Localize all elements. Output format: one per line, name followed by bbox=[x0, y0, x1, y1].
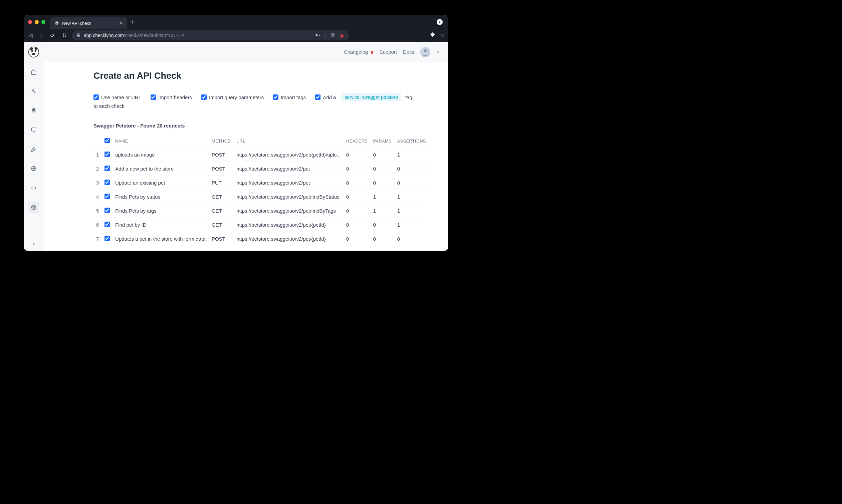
browser-tab[interactable]: New API check ✕ bbox=[50, 17, 127, 29]
row-index: 7 bbox=[93, 232, 102, 246]
sidebar-item-activity[interactable] bbox=[28, 86, 39, 97]
row-assertions: 1 bbox=[395, 218, 429, 232]
checkbox-add-tag[interactable] bbox=[315, 94, 321, 100]
checkbox-import-tags[interactable] bbox=[273, 94, 279, 100]
shield-icon[interactable] bbox=[330, 32, 336, 39]
requests-table: NAME METHOD URL HEADERS PARAMS ASSERTION… bbox=[93, 134, 429, 246]
app-frame: Changelog Support Docs ▼ Create an API C… bbox=[24, 42, 448, 251]
row-checkbox[interactable] bbox=[105, 165, 110, 171]
row-url: https://petstore.swagger.io/v2/pet/{petI… bbox=[234, 148, 343, 162]
row-headers: 0 bbox=[343, 204, 371, 218]
svg-point-1 bbox=[56, 22, 56, 23]
row-checkbox[interactable] bbox=[105, 151, 110, 157]
svg-rect-12 bbox=[31, 128, 36, 131]
row-assertions: 0 bbox=[395, 232, 429, 246]
row-checkbox[interactable] bbox=[105, 208, 110, 213]
row-assertions: 1 bbox=[395, 190, 429, 204]
option-import-query[interactable]: Import query parameters bbox=[201, 94, 264, 100]
svg-point-0 bbox=[55, 21, 59, 25]
new-tab-button[interactable]: + bbox=[130, 18, 134, 26]
sidebar-item-alerts[interactable] bbox=[28, 105, 39, 116]
table-row[interactable]: 1uploads an imagePOSThttps://petstore.sw… bbox=[93, 148, 429, 162]
svg-point-3 bbox=[316, 34, 318, 36]
svg-point-7 bbox=[31, 50, 33, 52]
option-add-tag[interactable]: Add a bbox=[315, 94, 336, 100]
option-add-tag-line2: to each check bbox=[93, 103, 429, 109]
sidebar-item-home[interactable] bbox=[28, 66, 39, 77]
option-import-headers[interactable]: Import headers bbox=[150, 94, 192, 100]
reload-button[interactable]: ⟳ bbox=[49, 32, 55, 38]
row-checkbox[interactable] bbox=[105, 222, 110, 227]
forward-button[interactable]: ▷ bbox=[39, 32, 45, 38]
select-all-checkbox[interactable] bbox=[105, 138, 110, 143]
window-close-button[interactable] bbox=[28, 20, 32, 24]
table-row[interactable]: 4Finds Pets by statusGEThttps://petstore… bbox=[93, 190, 429, 204]
sidebar-item-code[interactable] bbox=[28, 182, 39, 194]
row-params: 1 bbox=[371, 204, 395, 218]
key-icon[interactable] bbox=[315, 32, 321, 39]
import-summary: Swagger Petstore - Found 20 requests bbox=[93, 123, 429, 128]
sidebar-item-maintenance[interactable] bbox=[28, 144, 39, 155]
row-url: https://petstore.swagger.io/v2/pet bbox=[234, 176, 343, 190]
sidebar-expand-button[interactable] bbox=[24, 236, 43, 247]
docs-link[interactable]: Docs bbox=[403, 49, 414, 55]
row-url: https://petstore.swagger.io/v2/pet/{petI… bbox=[234, 218, 343, 232]
app-logo[interactable] bbox=[28, 46, 40, 58]
user-avatar[interactable] bbox=[420, 47, 430, 57]
back-button[interactable]: ◁ bbox=[28, 32, 34, 38]
row-index: 6 bbox=[93, 218, 102, 232]
url-text: app.checklyhq.com/checks/new/api?tab=AUT… bbox=[84, 33, 184, 38]
url-field[interactable]: app.checklyhq.com/checks/new/api?tab=AUT… bbox=[72, 30, 349, 40]
row-checkbox[interactable] bbox=[105, 194, 110, 199]
window-maximize-button[interactable] bbox=[41, 20, 46, 24]
row-method: PUT bbox=[209, 176, 234, 190]
row-method: POST bbox=[209, 162, 234, 176]
favicon-icon bbox=[54, 20, 59, 26]
extensions-button[interactable] bbox=[430, 32, 435, 39]
sidebar-item-dashboard[interactable] bbox=[28, 124, 39, 136]
changelog-link[interactable]: Changelog bbox=[344, 49, 374, 55]
row-method: GET bbox=[209, 218, 234, 232]
sidebar-item-target[interactable] bbox=[28, 202, 39, 213]
row-assertions: 0 bbox=[395, 162, 429, 176]
col-header-assertions: ASSERTIONS bbox=[395, 134, 429, 148]
row-name: Updates a pet in the store with form dat… bbox=[112, 232, 209, 246]
col-header-index bbox=[93, 134, 102, 148]
tag-chip: service: swagger petstore bbox=[341, 93, 401, 101]
checkbox-import-headers[interactable] bbox=[150, 94, 156, 100]
checkbox-import-query[interactable] bbox=[201, 94, 207, 100]
col-header-name: NAME bbox=[112, 134, 209, 148]
svg-point-9 bbox=[32, 53, 35, 55]
content-area: Create an API Check Use name or URL Impo… bbox=[43, 62, 448, 246]
support-link[interactable]: Support bbox=[379, 49, 397, 55]
option-use-name-url[interactable]: Use name or URL bbox=[93, 94, 141, 100]
table-row[interactable]: 2Add a new pet to the storePOSThttps://p… bbox=[93, 162, 429, 176]
browser-menu-button[interactable]: ≡ bbox=[441, 32, 444, 39]
row-params: 0 bbox=[371, 148, 395, 162]
table-row[interactable]: 6Find pet by IDGEThttps://petstore.swagg… bbox=[93, 218, 429, 232]
row-index: 2 bbox=[93, 162, 102, 176]
tabs-menu-button[interactable]: ▾ bbox=[437, 19, 443, 25]
sidebar-item-globe[interactable] bbox=[28, 163, 39, 174]
row-name: uploads an image bbox=[112, 148, 209, 162]
row-method: GET bbox=[209, 204, 234, 218]
bookmark-button[interactable] bbox=[62, 32, 67, 39]
checkbox-use-name-url[interactable] bbox=[93, 94, 99, 100]
brave-icon[interactable] bbox=[340, 33, 344, 37]
window-minimize-button[interactable] bbox=[35, 20, 39, 24]
svg-point-11 bbox=[34, 48, 37, 50]
row-index: 4 bbox=[93, 190, 102, 204]
table-row[interactable]: 7Updates a pet in the store with form da… bbox=[93, 232, 429, 246]
option-import-tags[interactable]: Import tags bbox=[273, 94, 306, 100]
row-assertions: 1 bbox=[395, 148, 429, 162]
row-index: 1 bbox=[93, 148, 102, 162]
col-header-headers: HEADERS bbox=[343, 134, 371, 148]
row-checkbox[interactable] bbox=[105, 236, 110, 241]
tab-close-button[interactable]: ✕ bbox=[119, 20, 123, 26]
tab-bar: New API check ✕ + ▾ bbox=[24, 15, 448, 29]
user-menu-caret-icon[interactable]: ▼ bbox=[436, 50, 440, 54]
table-row[interactable]: 5Finds Pets by tagsGEThttps://petstore.s… bbox=[93, 204, 429, 218]
table-row[interactable]: 3Update an existing petPUThttps://petsto… bbox=[93, 176, 429, 190]
row-params: 0 bbox=[371, 218, 395, 232]
row-checkbox[interactable] bbox=[105, 180, 110, 185]
